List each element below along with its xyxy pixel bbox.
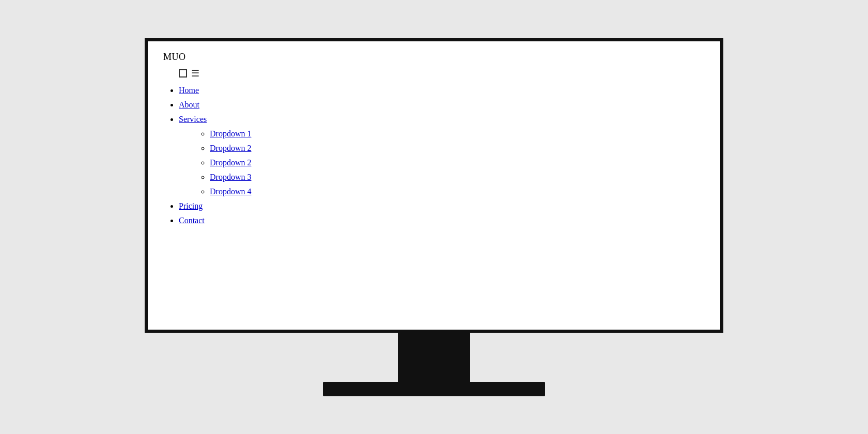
- nav-link-home[interactable]: Home: [179, 86, 199, 95]
- nav-item-about: About: [179, 98, 705, 112]
- checkbox-icon[interactable]: [179, 69, 187, 78]
- list-item: Dropdown 2: [210, 156, 705, 170]
- hamburger-icon[interactable]: ☰: [191, 69, 199, 78]
- list-item: Dropdown 3: [210, 170, 705, 184]
- nav-link-dropdown2a[interactable]: Dropdown 2: [210, 144, 251, 152]
- nav-item-home: Home: [179, 83, 705, 98]
- nav-link-dropdown4[interactable]: Dropdown 4: [210, 187, 251, 196]
- monitor-stand-base: [323, 382, 545, 396]
- nav-link-dropdown2b[interactable]: Dropdown 2: [210, 158, 251, 167]
- screen-content: MUO ☰ Home About Services Dropdown 1: [148, 41, 720, 238]
- list-item: Dropdown 4: [210, 184, 705, 199]
- nav-item-contact: Contact: [179, 213, 705, 228]
- site-title: MUO: [163, 52, 705, 63]
- services-dropdown: Dropdown 1 Dropdown 2 Dropdown 2 Dropdow…: [179, 127, 705, 199]
- nav-link-services[interactable]: Services: [179, 115, 207, 123]
- nav-link-contact[interactable]: Contact: [179, 216, 205, 225]
- list-item: Dropdown 1: [210, 127, 705, 141]
- nav-link-pricing[interactable]: Pricing: [179, 202, 203, 210]
- nav-item-services: Services Dropdown 1 Dropdown 2 Dropdown …: [179, 112, 705, 199]
- nav-link-dropdown3[interactable]: Dropdown 3: [210, 173, 251, 181]
- monitor-screen: MUO ☰ Home About Services Dropdown 1: [145, 38, 723, 333]
- menu-toggle-row: ☰: [179, 69, 705, 78]
- monitor-stand-neck: [398, 333, 470, 382]
- monitor-wrapper: MUO ☰ Home About Services Dropdown 1: [145, 38, 723, 396]
- nav-link-about[interactable]: About: [179, 100, 199, 109]
- list-item: Dropdown 2: [210, 141, 705, 156]
- nav-item-pricing: Pricing: [179, 199, 705, 213]
- nav-link-dropdown1[interactable]: Dropdown 1: [210, 129, 251, 138]
- nav-list: Home About Services Dropdown 1 Dropdown …: [163, 83, 705, 228]
